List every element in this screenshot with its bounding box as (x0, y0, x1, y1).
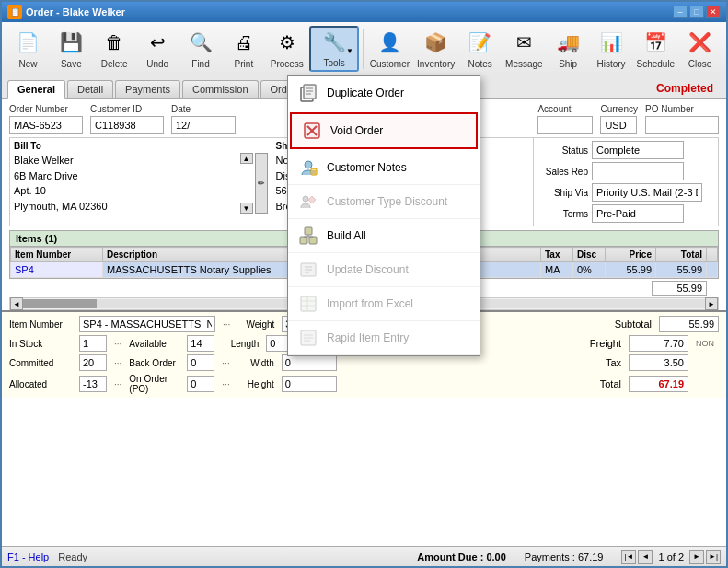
status-bar: F1 - Help Ready Amount Due : 0.00 Paymen… (2, 546, 726, 566)
customer-type-discount-icon (297, 191, 319, 213)
close-window-button[interactable]: ✕ (706, 6, 721, 18)
title-controls: – □ ✕ (673, 6, 721, 18)
payments-info: Payments : 67.19 (525, 551, 604, 562)
nav-prev-btn[interactable]: ◄ (638, 550, 653, 564)
close-label: Close (688, 59, 712, 69)
customer-button[interactable]: 👤 Customer (367, 26, 412, 72)
account-input[interactable] (537, 116, 593, 134)
undo-button[interactable]: ↩ Undo (137, 26, 179, 72)
on-order-input[interactable] (187, 376, 214, 392)
tab-commission[interactable]: Commission (182, 80, 259, 98)
currency-input[interactable] (600, 116, 637, 134)
width-input[interactable] (282, 354, 337, 371)
new-label: New (18, 59, 37, 69)
available-input[interactable] (187, 335, 214, 352)
menu-item-duplicate[interactable]: Duplicate Order (288, 76, 480, 110)
bill-to-section: Bill To Blake Welker6B Marc DriveApt. 10… (10, 138, 272, 226)
nav-first-btn[interactable]: |◄ (621, 550, 636, 564)
scroll-thumb[interactable] (23, 299, 97, 308)
customer-type-discount-label: Customer Type Discount (327, 195, 447, 208)
find-button[interactable]: 🔍 Find (180, 26, 222, 72)
tools-button[interactable]: 🔧 Tools ▼ (309, 26, 359, 72)
minimize-button[interactable]: – (673, 6, 688, 18)
save-button[interactable]: 💾 Save (51, 26, 92, 72)
tools-icon: 🔧 (319, 29, 349, 56)
window-title: Order - Blake Welker (26, 6, 125, 17)
process-button[interactable]: ⚙ Process (266, 26, 307, 72)
height-input[interactable] (282, 376, 337, 392)
terms-input[interactable] (592, 204, 684, 223)
scroll-right-btn[interactable]: ► (705, 297, 718, 310)
currency-label: Currency (600, 104, 638, 114)
inventory-label: Inventory (417, 59, 455, 69)
date-input[interactable] (171, 116, 236, 134)
height-label: Height (237, 379, 274, 389)
subtotal-input (659, 316, 719, 332)
bill-to-edit-icon[interactable]: ✏ (255, 153, 268, 214)
page-current: 1 (658, 551, 664, 562)
in-stock-dots: ··· (114, 339, 121, 349)
tab-detail[interactable]: Detail (67, 80, 113, 98)
cell-disc: 0% (573, 262, 606, 278)
svg-rect-15 (305, 227, 312, 235)
in-stock-input[interactable] (79, 335, 107, 352)
svg-point-12 (303, 196, 308, 202)
allocated-input[interactable] (79, 376, 107, 392)
tab-payments[interactable]: Payments (115, 80, 180, 98)
menu-item-void[interactable]: Void Order (290, 112, 478, 149)
void-label: Void Order (330, 124, 383, 137)
ship-button[interactable]: 🚚 Ship (548, 26, 589, 72)
close-icon: ❌ (686, 29, 715, 57)
col-scroll (707, 248, 718, 262)
nav-controls: |◄ ◄ 1 of 2 ► ►| (621, 550, 721, 564)
tab-general[interactable]: General (7, 80, 65, 99)
undo-icon: ↩ (143, 29, 172, 57)
status-input[interactable] (592, 141, 684, 159)
item-number-detail-input[interactable] (79, 316, 215, 332)
sales-rep-input[interactable] (592, 162, 684, 180)
bill-to-scroll-up[interactable]: ▲ (240, 153, 253, 164)
print-button[interactable]: 🖨 Print (223, 26, 264, 72)
notes-button[interactable]: 📝 Notes (459, 26, 501, 72)
menu-item-build-all[interactable]: Build All (288, 219, 480, 253)
ship-via-input[interactable] (592, 183, 702, 202)
history-button[interactable]: 📊 History (591, 26, 632, 72)
maximize-button[interactable]: □ (689, 6, 704, 18)
committed-input[interactable] (79, 354, 107, 371)
customer-id-label: Customer ID (90, 104, 164, 114)
nav-last-btn[interactable]: ►| (706, 550, 721, 564)
new-button[interactable]: 📄 New (7, 26, 49, 72)
scroll-left-btn[interactable]: ◄ (10, 297, 23, 310)
freight-input[interactable] (629, 335, 688, 352)
back-order-input[interactable] (187, 354, 214, 371)
inventory-button[interactable]: 📦 Inventory (414, 26, 457, 72)
print-icon: 🖨 (229, 29, 259, 57)
schedule-button[interactable]: 📅 Schedule (633, 26, 677, 72)
order-number-group: Order Number (9, 104, 83, 134)
message-button[interactable]: ✉ Message (503, 26, 546, 72)
notes-label: Notes (468, 59, 492, 69)
page-total: 2 (678, 551, 684, 562)
delete-label: Delete (101, 59, 128, 69)
help-link[interactable]: F1 - Help (7, 551, 49, 562)
nav-next-btn[interactable]: ► (689, 550, 704, 564)
committed-dots: ··· (114, 358, 121, 368)
tools-arrow-icon: ▼ (346, 47, 353, 55)
col-tax: Tax (541, 248, 573, 262)
subtotal-label: Subtotal (601, 319, 652, 330)
menu-item-customer-type-discount: Customer Type Discount (288, 185, 480, 219)
schedule-label: Schedule (636, 59, 675, 69)
order-number-input[interactable] (9, 116, 83, 134)
delete-button[interactable]: 🗑 Delete (94, 26, 135, 72)
po-number-input[interactable] (645, 116, 719, 134)
back-order-label: Back Order (129, 358, 179, 368)
bill-to-scroll-down[interactable]: ▼ (240, 203, 253, 214)
duplicate-label: Duplicate Order (327, 87, 404, 99)
customer-id-input[interactable] (90, 116, 164, 134)
customer-icon: 👤 (375, 29, 404, 57)
close-button[interactable]: ❌ Close (679, 26, 721, 72)
menu-item-customer-notes[interactable]: Customer Notes (288, 151, 480, 185)
committed-label: Committed (9, 358, 72, 368)
non-label: NON (696, 339, 719, 348)
sales-rep-label: Sales Rep (537, 167, 588, 177)
